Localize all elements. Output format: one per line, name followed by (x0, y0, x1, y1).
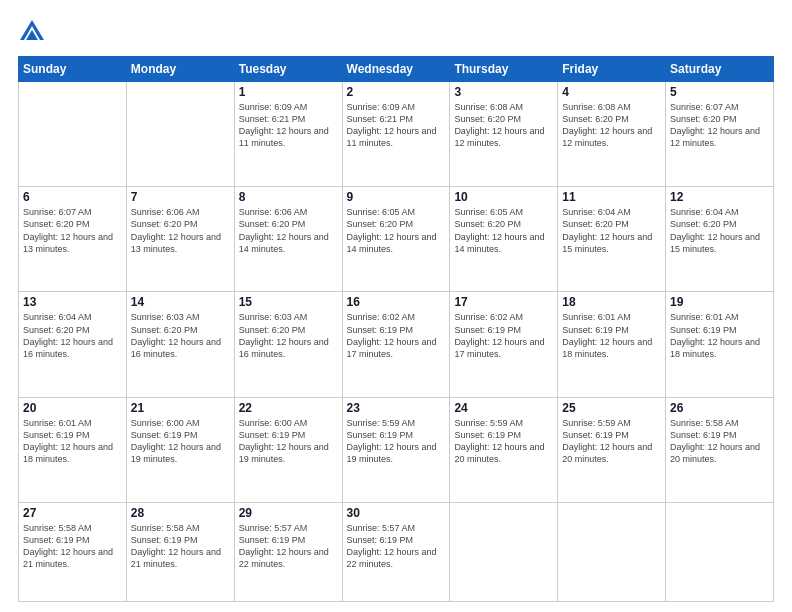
day-info: Sunrise: 5:59 AM Sunset: 6:19 PM Dayligh… (454, 417, 553, 466)
day-number: 27 (23, 506, 122, 520)
day-number: 30 (347, 506, 446, 520)
header-monday: Monday (126, 57, 234, 82)
logo-icon (18, 18, 46, 46)
day-info: Sunrise: 6:07 AM Sunset: 6:20 PM Dayligh… (23, 206, 122, 255)
day-info: Sunrise: 6:05 AM Sunset: 6:20 PM Dayligh… (347, 206, 446, 255)
day-info: Sunrise: 6:01 AM Sunset: 6:19 PM Dayligh… (562, 311, 661, 360)
day-info: Sunrise: 6:07 AM Sunset: 6:20 PM Dayligh… (670, 101, 769, 150)
day-info: Sunrise: 6:09 AM Sunset: 6:21 PM Dayligh… (347, 101, 446, 150)
calendar-cell: 24Sunrise: 5:59 AM Sunset: 6:19 PM Dayli… (450, 397, 558, 502)
day-info: Sunrise: 6:02 AM Sunset: 6:19 PM Dayligh… (347, 311, 446, 360)
header-saturday: Saturday (666, 57, 774, 82)
page: Sunday Monday Tuesday Wednesday Thursday… (0, 0, 792, 612)
calendar-cell: 12Sunrise: 6:04 AM Sunset: 6:20 PM Dayli… (666, 187, 774, 292)
calendar-cell (19, 82, 127, 187)
calendar-cell: 23Sunrise: 5:59 AM Sunset: 6:19 PM Dayli… (342, 397, 450, 502)
calendar-cell: 5Sunrise: 6:07 AM Sunset: 6:20 PM Daylig… (666, 82, 774, 187)
day-number: 28 (131, 506, 230, 520)
calendar-cell: 20Sunrise: 6:01 AM Sunset: 6:19 PM Dayli… (19, 397, 127, 502)
calendar-cell: 28Sunrise: 5:58 AM Sunset: 6:19 PM Dayli… (126, 502, 234, 601)
day-info: Sunrise: 6:01 AM Sunset: 6:19 PM Dayligh… (670, 311, 769, 360)
header (18, 18, 774, 46)
calendar-cell: 2Sunrise: 6:09 AM Sunset: 6:21 PM Daylig… (342, 82, 450, 187)
day-number: 13 (23, 295, 122, 309)
day-number: 22 (239, 401, 338, 415)
calendar-cell: 4Sunrise: 6:08 AM Sunset: 6:20 PM Daylig… (558, 82, 666, 187)
day-number: 4 (562, 85, 661, 99)
calendar-cell: 15Sunrise: 6:03 AM Sunset: 6:20 PM Dayli… (234, 292, 342, 397)
day-info: Sunrise: 6:01 AM Sunset: 6:19 PM Dayligh… (23, 417, 122, 466)
day-info: Sunrise: 5:59 AM Sunset: 6:19 PM Dayligh… (562, 417, 661, 466)
calendar-cell: 8Sunrise: 6:06 AM Sunset: 6:20 PM Daylig… (234, 187, 342, 292)
day-number: 26 (670, 401, 769, 415)
calendar-cell: 14Sunrise: 6:03 AM Sunset: 6:20 PM Dayli… (126, 292, 234, 397)
calendar-cell: 27Sunrise: 5:58 AM Sunset: 6:19 PM Dayli… (19, 502, 127, 601)
calendar-cell: 11Sunrise: 6:04 AM Sunset: 6:20 PM Dayli… (558, 187, 666, 292)
day-number: 16 (347, 295, 446, 309)
calendar-cell (558, 502, 666, 601)
calendar-cell: 22Sunrise: 6:00 AM Sunset: 6:19 PM Dayli… (234, 397, 342, 502)
day-number: 14 (131, 295, 230, 309)
day-number: 21 (131, 401, 230, 415)
day-number: 18 (562, 295, 661, 309)
calendar-cell: 18Sunrise: 6:01 AM Sunset: 6:19 PM Dayli… (558, 292, 666, 397)
day-number: 12 (670, 190, 769, 204)
calendar-cell: 26Sunrise: 5:58 AM Sunset: 6:19 PM Dayli… (666, 397, 774, 502)
weekday-header-row: Sunday Monday Tuesday Wednesday Thursday… (19, 57, 774, 82)
calendar-cell: 7Sunrise: 6:06 AM Sunset: 6:20 PM Daylig… (126, 187, 234, 292)
calendar-cell: 16Sunrise: 6:02 AM Sunset: 6:19 PM Dayli… (342, 292, 450, 397)
day-info: Sunrise: 5:58 AM Sunset: 6:19 PM Dayligh… (131, 522, 230, 571)
calendar-cell: 17Sunrise: 6:02 AM Sunset: 6:19 PM Dayli… (450, 292, 558, 397)
day-info: Sunrise: 6:00 AM Sunset: 6:19 PM Dayligh… (131, 417, 230, 466)
day-number: 7 (131, 190, 230, 204)
day-info: Sunrise: 6:02 AM Sunset: 6:19 PM Dayligh… (454, 311, 553, 360)
day-info: Sunrise: 5:58 AM Sunset: 6:19 PM Dayligh… (670, 417, 769, 466)
day-number: 8 (239, 190, 338, 204)
calendar-cell: 30Sunrise: 5:57 AM Sunset: 6:19 PM Dayli… (342, 502, 450, 601)
day-number: 1 (239, 85, 338, 99)
day-number: 2 (347, 85, 446, 99)
day-number: 29 (239, 506, 338, 520)
calendar-cell (126, 82, 234, 187)
day-info: Sunrise: 6:04 AM Sunset: 6:20 PM Dayligh… (562, 206, 661, 255)
day-info: Sunrise: 6:04 AM Sunset: 6:20 PM Dayligh… (670, 206, 769, 255)
day-info: Sunrise: 6:00 AM Sunset: 6:19 PM Dayligh… (239, 417, 338, 466)
day-number: 19 (670, 295, 769, 309)
header-friday: Friday (558, 57, 666, 82)
calendar-cell: 3Sunrise: 6:08 AM Sunset: 6:20 PM Daylig… (450, 82, 558, 187)
calendar-cell: 21Sunrise: 6:00 AM Sunset: 6:19 PM Dayli… (126, 397, 234, 502)
logo (18, 18, 50, 46)
calendar-cell: 6Sunrise: 6:07 AM Sunset: 6:20 PM Daylig… (19, 187, 127, 292)
calendar-cell: 19Sunrise: 6:01 AM Sunset: 6:19 PM Dayli… (666, 292, 774, 397)
header-wednesday: Wednesday (342, 57, 450, 82)
day-number: 20 (23, 401, 122, 415)
day-number: 5 (670, 85, 769, 99)
day-info: Sunrise: 5:58 AM Sunset: 6:19 PM Dayligh… (23, 522, 122, 571)
calendar-cell: 1Sunrise: 6:09 AM Sunset: 6:21 PM Daylig… (234, 82, 342, 187)
day-info: Sunrise: 6:09 AM Sunset: 6:21 PM Dayligh… (239, 101, 338, 150)
day-number: 10 (454, 190, 553, 204)
header-tuesday: Tuesday (234, 57, 342, 82)
day-number: 3 (454, 85, 553, 99)
day-info: Sunrise: 6:05 AM Sunset: 6:20 PM Dayligh… (454, 206, 553, 255)
header-thursday: Thursday (450, 57, 558, 82)
day-number: 6 (23, 190, 122, 204)
day-info: Sunrise: 5:57 AM Sunset: 6:19 PM Dayligh… (347, 522, 446, 571)
day-info: Sunrise: 6:08 AM Sunset: 6:20 PM Dayligh… (454, 101, 553, 150)
calendar-cell: 10Sunrise: 6:05 AM Sunset: 6:20 PM Dayli… (450, 187, 558, 292)
calendar-cell (666, 502, 774, 601)
day-info: Sunrise: 5:57 AM Sunset: 6:19 PM Dayligh… (239, 522, 338, 571)
day-info: Sunrise: 6:03 AM Sunset: 6:20 PM Dayligh… (131, 311, 230, 360)
day-info: Sunrise: 6:04 AM Sunset: 6:20 PM Dayligh… (23, 311, 122, 360)
day-number: 23 (347, 401, 446, 415)
day-info: Sunrise: 6:06 AM Sunset: 6:20 PM Dayligh… (131, 206, 230, 255)
day-info: Sunrise: 5:59 AM Sunset: 6:19 PM Dayligh… (347, 417, 446, 466)
header-sunday: Sunday (19, 57, 127, 82)
day-number: 24 (454, 401, 553, 415)
calendar-cell: 25Sunrise: 5:59 AM Sunset: 6:19 PM Dayli… (558, 397, 666, 502)
day-number: 9 (347, 190, 446, 204)
calendar-table: Sunday Monday Tuesday Wednesday Thursday… (18, 56, 774, 602)
day-number: 25 (562, 401, 661, 415)
day-info: Sunrise: 6:06 AM Sunset: 6:20 PM Dayligh… (239, 206, 338, 255)
calendar-cell: 13Sunrise: 6:04 AM Sunset: 6:20 PM Dayli… (19, 292, 127, 397)
